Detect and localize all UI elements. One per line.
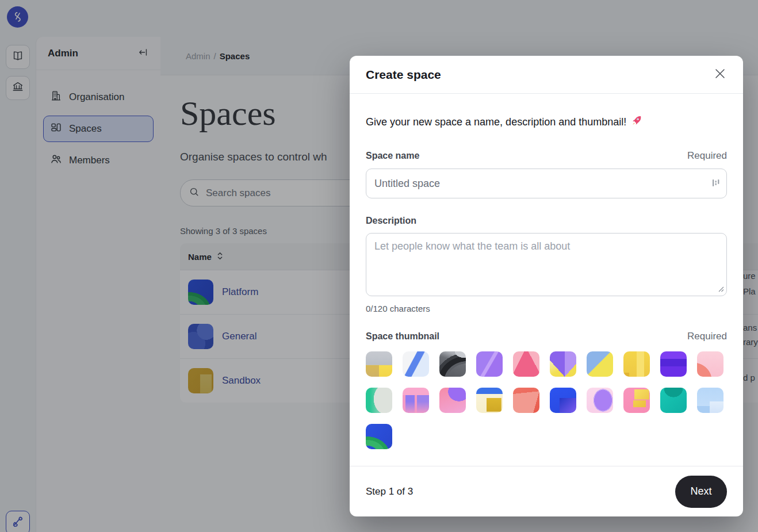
space-name-label-row: Space name Required — [366, 150, 727, 162]
thumbnail-swatch-blue-yellow-diagonal[interactable] — [587, 351, 613, 377]
rocket-icon — [631, 114, 643, 129]
thumbnail-swatch-white-blue-stripe[interactable] — [403, 351, 429, 377]
modal-footer: Step 1 of 3 Next — [350, 466, 743, 516]
description-label-row: Description — [366, 216, 727, 226]
thumbnail-swatch-purple-diagonal[interactable] — [476, 351, 503, 377]
space-name-required-badge: Required — [687, 150, 727, 162]
modal-intro: Give your new space a name, description … — [366, 114, 727, 129]
thumbnail-swatch-pink-purple-oval[interactable] — [587, 388, 613, 413]
thumbnail-label-row: Space thumbnail Required — [366, 331, 727, 342]
thumbnail-swatch-pink-purple-bars[interactable] — [403, 388, 429, 413]
space-name-field-wrap — [366, 169, 727, 198]
thumbnail-swatch-yellow-tabs[interactable] — [623, 351, 650, 377]
modal-intro-text: Give your new space a name, description … — [366, 116, 626, 128]
thumbnail-swatch-black-swoosh[interactable] — [439, 351, 466, 377]
description-textarea[interactable] — [366, 233, 727, 296]
app-window: Admin OrganisationSpacesMembers Admin / … — [0, 0, 758, 532]
description-label: Description — [366, 216, 416, 226]
text-cursor-icon — [712, 178, 720, 190]
thumbnail-required-badge: Required — [687, 331, 727, 342]
modal-body: Give your new space a name, description … — [350, 114, 743, 449]
space-name-input[interactable] — [366, 169, 727, 198]
next-button[interactable]: Next — [675, 476, 727, 508]
thumbnail-label: Space thumbnail — [366, 331, 439, 342]
char-counter: 0/120 characters — [366, 304, 727, 313]
modal-title: Create space — [366, 68, 441, 82]
resize-handle-icon[interactable] — [718, 284, 724, 294]
thumbnail-swatch-blue-dark-square[interactable] — [550, 388, 576, 413]
thumbnail-swatch-teal-dome[interactable] — [660, 388, 687, 413]
space-name-label: Space name — [366, 151, 419, 161]
close-button[interactable] — [712, 67, 728, 83]
thumbnail-swatch-light-blue-tiles[interactable] — [697, 388, 723, 413]
thumbnail-swatch-blue-green-swoosh[interactable] — [366, 424, 392, 449]
thumbnail-swatch-blue-cream-gold[interactable] — [476, 388, 503, 413]
thumbnail-swatch-coral-fold[interactable] — [513, 388, 539, 413]
create-space-modal: Create space Give your new space a name,… — [350, 56, 743, 516]
thumbnail-swatch-green-leaf[interactable] — [366, 388, 392, 413]
thumbnail-swatch-pink-v-yellow[interactable] — [513, 351, 539, 377]
modal-header: Create space — [350, 56, 743, 94]
step-indicator: Step 1 of 3 — [366, 486, 413, 497]
thumbnail-grid — [366, 351, 727, 449]
thumbnail-swatch-pink-coral-curve[interactable] — [697, 351, 723, 377]
thumbnail-swatch-pink-yellow-rects[interactable] — [623, 388, 650, 413]
close-icon — [713, 67, 727, 82]
thumbnail-swatch-yellow-purple-peak[interactable] — [550, 351, 576, 377]
description-field-wrap — [366, 233, 727, 298]
thumbnail-swatch-indigo-bands[interactable] — [660, 351, 687, 377]
thumbnail-swatch-pink-purple-blob[interactable] — [439, 388, 466, 413]
thumbnail-swatch-gray-gold-blocks[interactable] — [366, 351, 392, 377]
